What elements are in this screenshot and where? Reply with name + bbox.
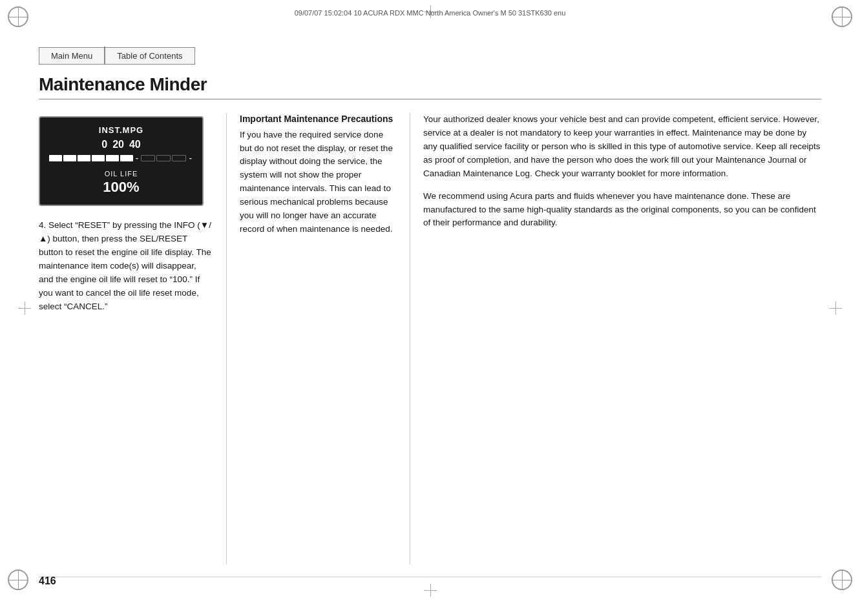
bar-dash-1: - [136, 153, 139, 163]
nav-bar: Main Menu Table of Contents [39, 46, 195, 65]
inst-label: INST.MPG [47, 125, 196, 135]
bottom-rule [39, 577, 821, 577]
bar-1 [49, 155, 62, 161]
gauge-left: 0 [101, 139, 107, 150]
corner-decoration-tl [8, 6, 28, 27]
bar-5 [106, 155, 119, 161]
right-column: Your authorized dealer knows your vehicl… [410, 113, 821, 564]
oil-label: OIL LIFE [47, 170, 196, 178]
corner-decoration-br [832, 570, 852, 590]
corner-decoration-tr [832, 6, 852, 27]
content-area: INST.MPG 0 20 40 - - [39, 113, 821, 564]
step4-text: 4. Select “RESET” by pressing the INFO (… [39, 219, 213, 313]
left-column: INST.MPG 0 20 40 - - [39, 113, 226, 564]
bar-8 [156, 155, 171, 161]
instrument-display: INST.MPG 0 20 40 - - [39, 116, 204, 206]
bar-dash-2: - [189, 153, 192, 163]
gauge-right: 40 [129, 139, 141, 150]
right-paragraph-1: Your authorized dealer knows your vehicl… [423, 113, 821, 181]
gauge-row: 0 20 40 [47, 139, 196, 150]
bar-7 [141, 155, 155, 161]
metadata-text: 09/07/07 15:02:04 10 ACURA RDX MMC North… [295, 9, 566, 17]
page-title-area: Maintenance Minder [39, 74, 821, 99]
main-menu-button[interactable]: Main Menu [39, 47, 104, 65]
section-heading: Important Maintenance Precautions [240, 113, 397, 126]
right-paragraph-2: We recommend using Acura parts and fluid… [423, 190, 821, 231]
title-rule [39, 99, 821, 99]
bar-9 [172, 155, 186, 161]
bar-4 [92, 155, 105, 161]
metadata-bar: 09/07/07 15:02:04 10 ACURA RDX MMC North… [39, 9, 821, 17]
section-text: If you have the required service done bu… [240, 128, 397, 236]
oil-value: 100% [47, 179, 196, 196]
corner-decoration-bl [8, 570, 28, 590]
bar-6 [120, 155, 133, 161]
cross-right [829, 302, 842, 314]
middle-column: Important Maintenance Precautions If you… [226, 113, 410, 564]
bar-3 [78, 155, 90, 161]
bar-2 [63, 155, 76, 161]
cross-bottom [424, 584, 437, 597]
page-title: Maintenance Minder [39, 74, 821, 95]
gauge-mid: 20 [112, 139, 124, 150]
toc-button[interactable]: Table of Contents [105, 47, 194, 65]
bar-row: - - [47, 153, 196, 163]
cross-left [18, 302, 31, 314]
page-number: 416 [39, 575, 56, 587]
page-container: 09/07/07 15:02:04 10 ACURA RDX MMC North… [0, 0, 860, 616]
